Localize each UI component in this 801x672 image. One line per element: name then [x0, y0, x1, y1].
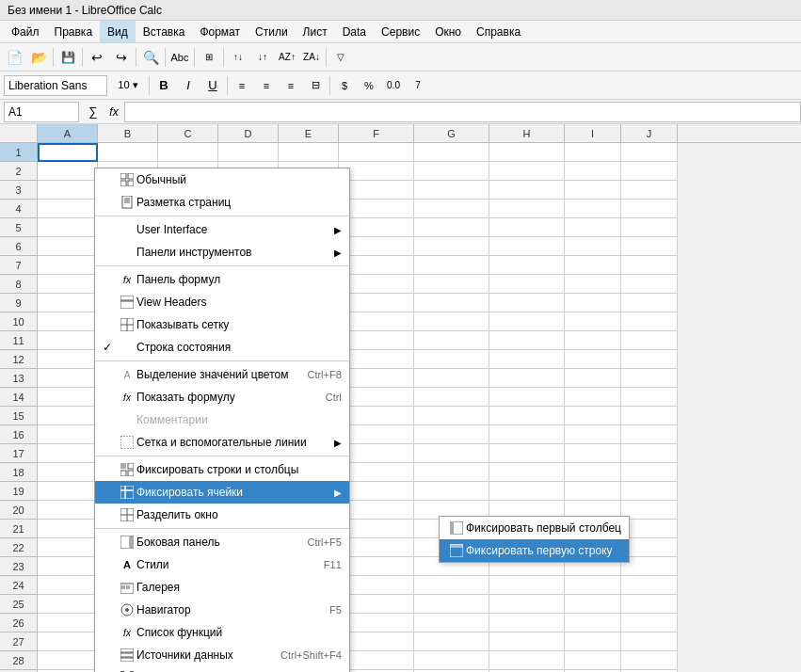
cell[interactable]	[414, 407, 489, 425]
cell[interactable]	[339, 444, 414, 463]
menu-help[interactable]: Справка	[469, 21, 528, 42]
cell[interactable]	[489, 369, 565, 388]
cell[interactable]	[489, 294, 565, 312]
cell[interactable]	[38, 425, 98, 444]
cell[interactable]	[339, 294, 414, 312]
cell[interactable]	[339, 312, 414, 331]
cell[interactable]	[339, 520, 414, 538]
row-header-23[interactable]: 23	[0, 557, 37, 576]
cell[interactable]	[339, 218, 414, 237]
cell[interactable]	[621, 200, 678, 218]
cell[interactable]	[489, 181, 565, 200]
new-button[interactable]: 📄	[2, 45, 26, 70]
cell[interactable]	[339, 425, 414, 444]
cell[interactable]	[414, 463, 489, 482]
cell[interactable]	[565, 312, 621, 331]
row-header-21[interactable]: 21	[0, 520, 37, 538]
cell[interactable]	[621, 425, 678, 444]
cell[interactable]	[38, 501, 98, 520]
menu-view[interactable]: Вид	[100, 21, 136, 42]
cell[interactable]	[414, 218, 489, 237]
cell[interactable]	[414, 388, 489, 407]
align-left-button[interactable]: ≡	[230, 73, 254, 98]
percent-button[interactable]: %	[357, 73, 381, 98]
cell[interactable]	[38, 557, 98, 576]
row-header-28[interactable]: 28	[0, 651, 37, 670]
cell[interactable]	[414, 331, 489, 350]
col-header-G[interactable]: G	[414, 124, 489, 142]
cell[interactable]	[38, 595, 98, 614]
cell[interactable]	[489, 350, 565, 369]
cell[interactable]	[38, 444, 98, 463]
cell[interactable]	[621, 237, 678, 256]
cell[interactable]	[38, 463, 98, 482]
cell[interactable]	[339, 557, 414, 576]
row-header-7[interactable]: 7	[0, 256, 37, 275]
row-header-27[interactable]: 27	[0, 632, 37, 651]
cell[interactable]	[621, 632, 678, 651]
cell[interactable]	[414, 576, 489, 595]
row-header-9[interactable]: 9	[0, 294, 37, 312]
cell[interactable]	[565, 407, 621, 425]
cell[interactable]	[489, 444, 565, 463]
cell[interactable]	[621, 463, 678, 482]
cell[interactable]	[38, 520, 98, 538]
redo-button[interactable]: ↪	[109, 45, 134, 70]
cell[interactable]	[339, 482, 414, 501]
cell[interactable]	[489, 256, 565, 275]
cell[interactable]	[38, 576, 98, 595]
cell[interactable]	[489, 632, 565, 651]
cell[interactable]	[489, 482, 565, 501]
cell[interactable]	[565, 482, 621, 501]
cell[interactable]	[414, 651, 489, 670]
cell[interactable]	[621, 520, 678, 538]
cell[interactable]	[489, 425, 565, 444]
menu-grid-helper[interactable]: Сетка и вспомогательные линии ▶	[95, 431, 349, 454]
cell[interactable]	[621, 275, 678, 294]
cell[interactable]	[38, 331, 98, 350]
cell[interactable]	[621, 143, 678, 162]
row-header-5[interactable]: 5	[0, 218, 37, 237]
cell[interactable]	[565, 181, 621, 200]
cell[interactable]	[489, 651, 565, 670]
decimal-inc-button[interactable]: 0.0	[381, 73, 406, 98]
cell[interactable]	[414, 595, 489, 614]
cell[interactable]	[414, 369, 489, 388]
align-center-button[interactable]: ≡	[254, 73, 279, 98]
menu-show-formula[interactable]: fx Показать формулу Ctrl	[95, 386, 349, 408]
menu-split-window[interactable]: Разделить окно	[95, 504, 349, 526]
cell[interactable]	[489, 162, 565, 181]
col-header-D[interactable]: D	[218, 124, 279, 142]
menu-freeze-rows-cols[interactable]: Фиксировать строки и столбцы	[95, 458, 349, 481]
row-header-18[interactable]: 18	[0, 463, 37, 482]
row-header-10[interactable]: 10	[0, 312, 37, 331]
cell[interactable]	[414, 237, 489, 256]
menu-styles[interactable]: Стили	[248, 21, 296, 42]
cell[interactable]	[98, 143, 158, 162]
menu-sheet[interactable]: Лист	[296, 21, 335, 42]
menu-data[interactable]: Data	[335, 21, 374, 42]
cell[interactable]	[565, 651, 621, 670]
col-header-J[interactable]: J	[621, 124, 678, 142]
cell[interactable]	[279, 143, 339, 162]
save-button[interactable]: 💾	[56, 45, 80, 70]
cell[interactable]	[489, 576, 565, 595]
cell[interactable]	[489, 218, 565, 237]
cell[interactable]	[339, 237, 414, 256]
cell[interactable]	[489, 407, 565, 425]
cell[interactable]	[339, 614, 414, 632]
cell[interactable]	[339, 388, 414, 407]
row-header-17[interactable]: 17	[0, 444, 37, 463]
cell[interactable]	[339, 162, 414, 181]
menu-file[interactable]: Файл	[4, 21, 47, 42]
cell[interactable]	[414, 312, 489, 331]
cell[interactable]	[565, 632, 621, 651]
row-header-14[interactable]: 14	[0, 388, 37, 407]
menu-gallery[interactable]: Галерея	[95, 576, 349, 599]
cell[interactable]	[489, 463, 565, 482]
freeze-first-col[interactable]: Фиксировать первый столбец	[440, 517, 629, 539]
search-button[interactable]: 🔍	[138, 45, 163, 70]
cell[interactable]	[621, 576, 678, 595]
row-header-16[interactable]: 16	[0, 425, 37, 444]
autofilter-button[interactable]: ▽	[328, 45, 353, 70]
